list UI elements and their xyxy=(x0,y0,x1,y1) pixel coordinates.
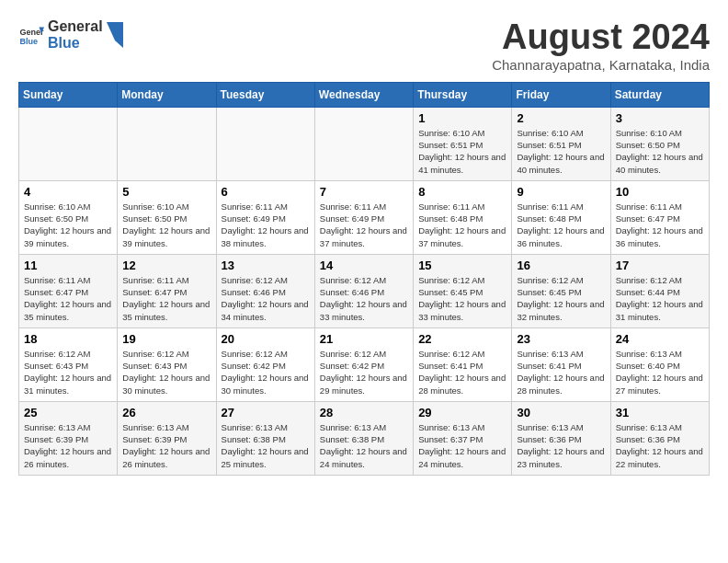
day-number: 8 xyxy=(418,185,506,199)
logo-general-text: General xyxy=(48,18,103,35)
day-number: 10 xyxy=(616,185,704,199)
logo-icon: General Blue xyxy=(18,22,44,48)
day-number: 14 xyxy=(320,259,408,272)
day-info: Sunrise: 6:11 AM Sunset: 6:47 PM Dayligh… xyxy=(616,201,704,249)
svg-marker-3 xyxy=(107,22,123,48)
day-number: 16 xyxy=(517,259,605,272)
calendar-cell: 8Sunrise: 6:11 AM Sunset: 6:48 PM Daylig… xyxy=(414,180,512,254)
week-row-4: 25Sunrise: 6:13 AM Sunset: 6:39 PM Dayli… xyxy=(19,401,710,475)
day-number: 13 xyxy=(222,259,310,272)
subtitle: Channarayapatna, Karnataka, India xyxy=(492,57,710,73)
day-info: Sunrise: 6:10 AM Sunset: 6:50 PM Dayligh… xyxy=(122,201,210,249)
header-cell-thursday: Thursday xyxy=(414,82,512,107)
calendar-cell: 16Sunrise: 6:12 AM Sunset: 6:45 PM Dayli… xyxy=(512,254,610,327)
calendar-cell: 29Sunrise: 6:13 AM Sunset: 6:37 PM Dayli… xyxy=(414,401,512,475)
day-info: Sunrise: 6:10 AM Sunset: 6:50 PM Dayligh… xyxy=(24,201,112,249)
header-cell-monday: Monday xyxy=(118,82,216,107)
calendar-cell: 12Sunrise: 6:11 AM Sunset: 6:47 PM Dayli… xyxy=(118,254,216,327)
day-number: 15 xyxy=(418,259,506,272)
day-info: Sunrise: 6:13 AM Sunset: 6:37 PM Dayligh… xyxy=(418,421,506,470)
day-number: 22 xyxy=(418,332,506,346)
calendar-cell: 9Sunrise: 6:11 AM Sunset: 6:48 PM Daylig… xyxy=(512,180,610,254)
logo: General Blue General Blue xyxy=(18,18,123,51)
calendar-cell: 26Sunrise: 6:13 AM Sunset: 6:39 PM Dayli… xyxy=(118,401,216,475)
calendar-cell: 24Sunrise: 6:13 AM Sunset: 6:40 PM Dayli… xyxy=(610,327,709,401)
day-number: 30 xyxy=(517,406,605,419)
day-info: Sunrise: 6:13 AM Sunset: 6:41 PM Dayligh… xyxy=(517,348,605,396)
calendar-cell: 4Sunrise: 6:10 AM Sunset: 6:50 PM Daylig… xyxy=(19,180,118,254)
day-number: 1 xyxy=(418,111,506,125)
week-row-0: 1Sunrise: 6:10 AM Sunset: 6:51 PM Daylig… xyxy=(19,107,710,180)
week-row-3: 18Sunrise: 6:12 AM Sunset: 6:43 PM Dayli… xyxy=(19,327,710,401)
calendar-cell: 23Sunrise: 6:13 AM Sunset: 6:41 PM Dayli… xyxy=(512,327,610,401)
day-info: Sunrise: 6:12 AM Sunset: 6:43 PM Dayligh… xyxy=(122,348,210,396)
day-number: 9 xyxy=(517,185,605,199)
day-number: 25 xyxy=(24,406,112,419)
day-info: Sunrise: 6:12 AM Sunset: 6:42 PM Dayligh… xyxy=(320,348,408,396)
calendar-cell: 18Sunrise: 6:12 AM Sunset: 6:43 PM Dayli… xyxy=(19,327,118,401)
day-info: Sunrise: 6:11 AM Sunset: 6:47 PM Dayligh… xyxy=(24,274,112,323)
day-number: 7 xyxy=(320,185,408,199)
day-info: Sunrise: 6:10 AM Sunset: 6:51 PM Dayligh… xyxy=(418,127,506,176)
day-number: 31 xyxy=(616,406,704,419)
day-info: Sunrise: 6:13 AM Sunset: 6:40 PM Dayligh… xyxy=(616,348,704,396)
day-info: Sunrise: 6:12 AM Sunset: 6:46 PM Dayligh… xyxy=(320,274,408,323)
calendar-cell: 7Sunrise: 6:11 AM Sunset: 6:49 PM Daylig… xyxy=(314,180,413,254)
calendar-table: SundayMondayTuesdayWednesdayThursdayFrid… xyxy=(18,82,710,476)
day-info: Sunrise: 6:13 AM Sunset: 6:38 PM Dayligh… xyxy=(222,421,310,470)
calendar-cell xyxy=(19,107,118,180)
calendar-cell: 17Sunrise: 6:12 AM Sunset: 6:44 PM Dayli… xyxy=(610,254,709,327)
calendar-cell: 30Sunrise: 6:13 AM Sunset: 6:36 PM Dayli… xyxy=(512,401,610,475)
calendar-cell: 2Sunrise: 6:10 AM Sunset: 6:51 PM Daylig… xyxy=(512,107,610,180)
calendar-cell: 6Sunrise: 6:11 AM Sunset: 6:49 PM Daylig… xyxy=(216,180,314,254)
week-row-1: 4Sunrise: 6:10 AM Sunset: 6:50 PM Daylig… xyxy=(19,180,710,254)
calendar-cell: 10Sunrise: 6:11 AM Sunset: 6:47 PM Dayli… xyxy=(610,180,709,254)
month-title: August 2024 xyxy=(492,18,710,57)
calendar-cell: 22Sunrise: 6:12 AM Sunset: 6:41 PM Dayli… xyxy=(414,327,512,401)
title-area: August 2024 Channarayapatna, Karnataka, … xyxy=(492,18,710,73)
day-info: Sunrise: 6:12 AM Sunset: 6:45 PM Dayligh… xyxy=(418,274,506,323)
day-number: 11 xyxy=(24,259,112,272)
day-info: Sunrise: 6:10 AM Sunset: 6:51 PM Dayligh… xyxy=(517,127,605,176)
calendar-body: 1Sunrise: 6:10 AM Sunset: 6:51 PM Daylig… xyxy=(19,107,710,475)
header-cell-wednesday: Wednesday xyxy=(314,82,413,107)
calendar-cell: 19Sunrise: 6:12 AM Sunset: 6:43 PM Dayli… xyxy=(118,327,216,401)
day-number: 2 xyxy=(517,111,605,125)
day-info: Sunrise: 6:13 AM Sunset: 6:36 PM Dayligh… xyxy=(517,421,605,470)
day-number: 17 xyxy=(616,259,704,272)
day-number: 26 xyxy=(122,406,210,419)
calendar-cell xyxy=(118,107,216,180)
calendar-cell: 1Sunrise: 6:10 AM Sunset: 6:51 PM Daylig… xyxy=(414,107,512,180)
day-info: Sunrise: 6:11 AM Sunset: 6:49 PM Dayligh… xyxy=(222,201,310,249)
day-info: Sunrise: 6:12 AM Sunset: 6:42 PM Dayligh… xyxy=(222,348,310,396)
day-info: Sunrise: 6:12 AM Sunset: 6:43 PM Dayligh… xyxy=(24,348,112,396)
calendar-cell: 13Sunrise: 6:12 AM Sunset: 6:46 PM Dayli… xyxy=(216,254,314,327)
day-number: 5 xyxy=(122,185,210,199)
header-cell-tuesday: Tuesday xyxy=(216,82,314,107)
day-number: 18 xyxy=(24,332,112,346)
week-row-2: 11Sunrise: 6:11 AM Sunset: 6:47 PM Dayli… xyxy=(19,254,710,327)
calendar-cell: 3Sunrise: 6:10 AM Sunset: 6:50 PM Daylig… xyxy=(610,107,709,180)
calendar-cell: 31Sunrise: 6:13 AM Sunset: 6:36 PM Dayli… xyxy=(610,401,709,475)
day-number: 6 xyxy=(222,185,310,199)
day-info: Sunrise: 6:11 AM Sunset: 6:48 PM Dayligh… xyxy=(517,201,605,249)
day-info: Sunrise: 6:13 AM Sunset: 6:39 PM Dayligh… xyxy=(24,421,112,470)
calendar-cell: 21Sunrise: 6:12 AM Sunset: 6:42 PM Dayli… xyxy=(314,327,413,401)
calendar-cell: 25Sunrise: 6:13 AM Sunset: 6:39 PM Dayli… xyxy=(19,401,118,475)
day-info: Sunrise: 6:11 AM Sunset: 6:48 PM Dayligh… xyxy=(418,201,506,249)
day-number: 28 xyxy=(320,406,408,419)
day-number: 29 xyxy=(418,406,506,419)
logo-arrow-icon xyxy=(107,22,123,48)
header-cell-sunday: Sunday xyxy=(19,82,118,107)
day-info: Sunrise: 6:12 AM Sunset: 6:44 PM Dayligh… xyxy=(616,274,704,323)
svg-text:Blue: Blue xyxy=(19,36,38,45)
calendar-cell: 20Sunrise: 6:12 AM Sunset: 6:42 PM Dayli… xyxy=(216,327,314,401)
calendar-cell xyxy=(314,107,413,180)
calendar-cell: 15Sunrise: 6:12 AM Sunset: 6:45 PM Dayli… xyxy=(414,254,512,327)
calendar-cell: 14Sunrise: 6:12 AM Sunset: 6:46 PM Dayli… xyxy=(314,254,413,327)
day-number: 21 xyxy=(320,332,408,346)
header: General Blue General Blue August 2024 Ch… xyxy=(18,18,710,73)
logo-blue-text: Blue xyxy=(48,35,103,52)
header-row: SundayMondayTuesdayWednesdayThursdayFrid… xyxy=(19,82,710,107)
header-cell-saturday: Saturday xyxy=(610,82,709,107)
